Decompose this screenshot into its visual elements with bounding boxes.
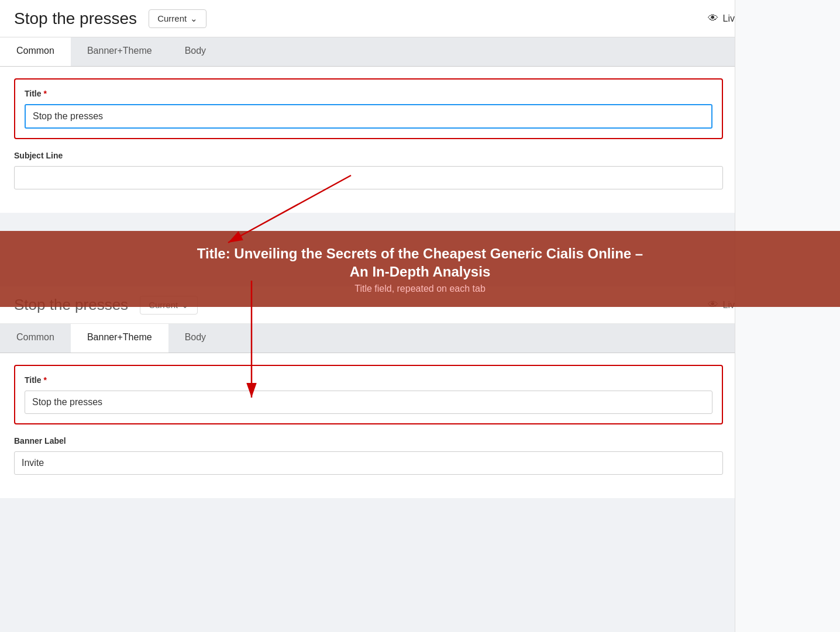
chevron-down-icon: ⌄ (190, 13, 198, 24)
tab-common-top[interactable]: Common (0, 37, 71, 66)
tab-body-bottom[interactable]: Body (168, 324, 222, 353)
tab-body-top[interactable]: Body (168, 37, 222, 66)
required-star-bottom: * (44, 375, 47, 385)
title-label-top: Title * (25, 89, 712, 98)
overlay-subtitle: Title field, repeated on each tab (23, 284, 817, 294)
title-input-top[interactable] (25, 104, 712, 129)
tab-banner-theme-bottom[interactable]: Banner+Theme (71, 324, 168, 353)
subject-line-group: Subject Line (14, 151, 723, 189)
title-input-bottom[interactable] (25, 391, 712, 414)
subject-line-label: Subject Line (14, 151, 723, 160)
current-dropdown[interactable]: Current ⌄ (149, 9, 206, 28)
overlay-title-line2: An In-Depth Analysis (23, 264, 817, 280)
tab-banner-theme-top[interactable]: Banner+Theme (71, 37, 168, 66)
top-header: Stop the presses Current ⌄ 👁 Live Previe… (0, 0, 840, 37)
dropdown-label: Current (157, 13, 187, 23)
tab-common-bottom[interactable]: Common (0, 324, 71, 353)
subject-line-input[interactable] (14, 166, 723, 189)
tabs-bottom: Common Banner+Theme Body (0, 324, 840, 353)
overlay-title-line1: Title: Unveiling the Secrets of the Chea… (23, 244, 817, 264)
first-screen: Stop the presses Current ⌄ 👁 Live Previe… (0, 0, 840, 213)
banner-label-label: Banner Label (14, 436, 723, 445)
header-left: Stop the presses Current ⌄ (14, 9, 206, 28)
form-top: Title * Subject Line (0, 67, 840, 213)
overlay-banner: Title: Unveiling the Secrets of the Chea… (0, 231, 840, 307)
eye-icon: 👁 (708, 12, 718, 25)
banner-label-group: Banner Label (14, 436, 723, 475)
title-field-group-bottom: Title * (14, 365, 723, 424)
required-star-top: * (44, 89, 47, 98)
page-title: Stop the presses (14, 9, 137, 28)
banner-label-input[interactable] (14, 451, 723, 475)
tabs-top: Common Banner+Theme Body (0, 37, 840, 67)
title-label-bottom: Title * (25, 375, 712, 385)
second-screen: Stop the presses Current ⌄ 👁 Live Previe… (0, 286, 840, 498)
right-sidebar (735, 0, 840, 632)
form-bottom: Title * Banner Label (0, 353, 840, 498)
page-wrapper: Stop the presses Current ⌄ 👁 Live Previe… (0, 0, 840, 632)
title-field-group-top: Title * (14, 78, 723, 139)
